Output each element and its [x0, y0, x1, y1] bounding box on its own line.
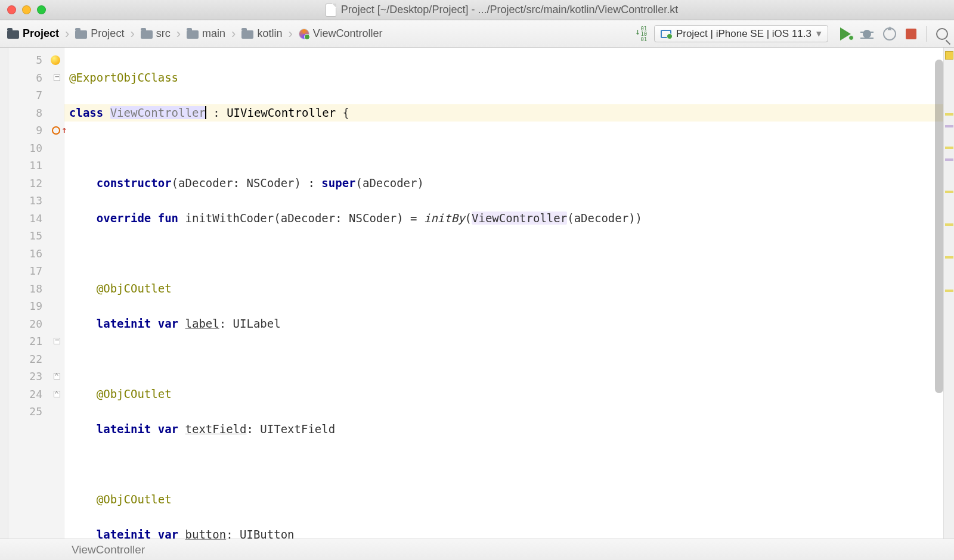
folder-icon	[187, 30, 199, 39]
maximize-window-button[interactable]	[37, 5, 46, 14]
coverage-button[interactable]	[883, 27, 896, 41]
breadcrumb-item[interactable]: Project	[74, 26, 125, 41]
warning-marker[interactable]	[945, 113, 953, 116]
folder-icon	[141, 30, 153, 39]
dropdown-arrow-icon: ▾	[816, 27, 822, 40]
fold-toggle-icon[interactable]	[54, 338, 60, 344]
device-icon	[661, 30, 671, 38]
title-project-path: [~/Desktop/Project]	[377, 4, 469, 15]
inspection-status-icon[interactable]	[945, 51, 953, 60]
breadcrumb-root[interactable]: Project	[6, 26, 60, 41]
run-configuration-label: Project | iPhone SE | iOS 11.3	[676, 28, 811, 40]
breadcrumb-item[interactable]: src	[140, 26, 172, 41]
chevron-right-icon: ›	[63, 26, 72, 42]
chevron-right-icon: ›	[174, 26, 183, 42]
vertical-scrollbar[interactable]	[935, 55, 943, 531]
editor: 5 6 7 8 9 10 11 12 13 14 15 16 17 18 19 …	[0, 48, 954, 539]
toolbar-divider	[926, 26, 927, 42]
info-marker[interactable]	[945, 125, 953, 127]
module-icon	[7, 30, 19, 39]
kotlin-class-icon	[299, 29, 309, 39]
chevron-right-icon: ›	[286, 26, 295, 42]
warning-marker[interactable]	[945, 191, 953, 193]
warning-marker[interactable]	[945, 147, 953, 149]
chevron-right-icon: ›	[128, 26, 137, 42]
scrollbar-thumb[interactable]	[935, 60, 943, 393]
warning-marker[interactable]	[945, 256, 953, 259]
window-titlebar: Project [~/Desktop/Project] - .../Projec…	[0, 0, 954, 20]
search-icon[interactable]	[936, 28, 948, 40]
debug-button[interactable]	[860, 28, 874, 40]
window-title: Project [~/Desktop/Project] - .../Projec…	[57, 4, 947, 17]
text-caret	[205, 106, 206, 119]
run-configuration-selector[interactable]: Project | iPhone SE | iOS 11.3 ▾	[654, 25, 828, 42]
folder-icon	[241, 30, 253, 39]
breadcrumb: Project › Project› src› main› kotlin› Vi…	[6, 26, 383, 42]
sync-icon[interactable]: ↓011001	[637, 27, 651, 41]
intention-bulb-icon[interactable]	[51, 55, 60, 65]
stop-button[interactable]	[906, 29, 916, 39]
override-up-icon[interactable]	[52, 126, 60, 135]
file-icon	[326, 4, 336, 17]
info-marker[interactable]	[945, 158, 953, 161]
editor-gutter[interactable]: 5 6 7 8 9 10 11 12 13 14 15 16 17 18 19 …	[8, 48, 64, 539]
window-controls	[7, 5, 46, 14]
toolbar-actions	[840, 26, 948, 42]
error-stripe[interactable]	[943, 48, 954, 539]
breadcrumb-item[interactable]: kotlin	[240, 26, 283, 41]
warning-marker[interactable]	[945, 223, 953, 226]
close-window-button[interactable]	[7, 5, 16, 14]
editor-content[interactable]: @ExportObjCClass class ViewController : …	[64, 48, 943, 539]
title-file-path: .../Project/src/main/kotlin/ViewControll…	[478, 4, 678, 15]
fold-end-icon[interactable]	[54, 373, 60, 379]
title-project: Project	[341, 4, 374, 15]
breadcrumb-item[interactable]: main	[185, 26, 227, 41]
run-button[interactable]	[840, 27, 851, 41]
current-line: class ViewController : UIViewController …	[64, 104, 943, 122]
fold-toggle-icon[interactable]	[54, 74, 60, 81]
navigation-toolbar: Project › Project› src› main› kotlin› Vi…	[0, 20, 954, 48]
breadcrumb-file[interactable]: ViewController	[298, 26, 384, 41]
warning-marker[interactable]	[945, 290, 953, 292]
folder-icon	[75, 30, 87, 39]
minimize-window-button[interactable]	[22, 5, 31, 14]
fold-end-icon[interactable]	[54, 391, 60, 397]
tool-window-stripe-left[interactable]	[0, 48, 8, 539]
chevron-right-icon: ›	[229, 26, 238, 42]
